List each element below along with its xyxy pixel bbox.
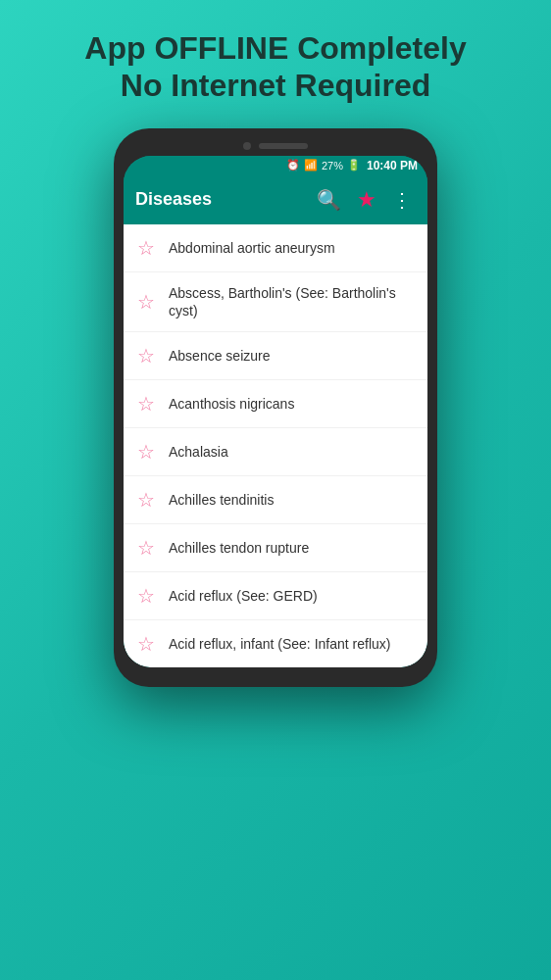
favorite-star-icon[interactable]: ☆ [137,584,155,608]
app-bar: Diseases 🔍 ★ ⋮ [124,175,427,224]
favorite-star-icon[interactable]: ☆ [137,440,155,464]
battery-percent: 27% [322,160,343,172]
favorite-star-icon[interactable]: ☆ [137,536,155,560]
disease-name: Acanthosis nigricans [169,395,294,413]
phone-shell: ⏰ 📶 27% 🔋 10:40 PM Diseases 🔍 ★ ⋮ ☆Abdom… [114,128,437,687]
disease-name: Acid reflux, infant (See: Infant reflux) [169,635,390,653]
list-item[interactable]: ☆Achalasia [124,428,427,476]
disease-name: Abscess, Bartholin's (See: Bartholin's c… [169,284,414,319]
signal-icon: 📶 [304,159,318,172]
disease-name: Achilles tendinitis [169,491,274,509]
favorite-star-icon[interactable]: ☆ [137,236,155,260]
phone-top-bar [124,142,427,150]
favorite-star-icon[interactable]: ☆ [137,290,155,314]
list-item[interactable]: ☆Achilles tendinitis [124,476,427,524]
favorite-star-icon[interactable]: ☆ [137,344,155,368]
headline-line1: App OFFLINE Completely [84,30,466,66]
disease-name: Achilles tendon rupture [169,539,309,557]
phone-speaker [259,143,308,149]
front-camera [243,142,251,150]
search-icon[interactable]: 🔍 [313,186,345,214]
headline: App OFFLINE Completely No Internet Requi… [65,29,485,105]
list-item[interactable]: ☆Absence seizure [124,332,427,380]
favorite-star-icon[interactable]: ☆ [137,632,155,656]
battery-icon: 🔋 [347,159,361,172]
disease-name: Achalasia [169,443,228,461]
favorite-star-icon[interactable]: ☆ [137,392,155,416]
list-item[interactable]: ☆Acid reflux (See: GERD) [124,572,427,620]
disease-list: ☆Abdominal aortic aneurysm☆Abscess, Bart… [124,224,427,667]
list-item[interactable]: ☆Acid reflux, infant (See: Infant reflux… [124,620,427,667]
list-item[interactable]: ☆Achilles tendon rupture [124,524,427,572]
status-bar: ⏰ 📶 27% 🔋 10:40 PM [124,156,427,175]
favorite-star-icon[interactable]: ☆ [137,488,155,512]
headline-line2: No Internet Required [121,68,430,103]
list-item[interactable]: ☆Abscess, Bartholin's (See: Bartholin's … [124,272,427,332]
phone-screen: ⏰ 📶 27% 🔋 10:40 PM Diseases 🔍 ★ ⋮ ☆Abdom… [124,156,427,667]
disease-name: Acid reflux (See: GERD) [169,587,318,605]
app-title: Diseases [135,189,305,210]
list-item[interactable]: ☆Abdominal aortic aneurysm [124,224,427,272]
favorites-star-icon[interactable]: ★ [353,185,380,215]
status-time: 10:40 PM [367,159,418,172]
list-item[interactable]: ☆Acanthosis nigricans [124,380,427,428]
alarm-icon: ⏰ [286,159,300,172]
more-menu-icon[interactable]: ⋮ [388,186,416,214]
disease-name: Abdominal aortic aneurysm [169,239,335,257]
status-icons: ⏰ 📶 27% 🔋 [286,159,361,172]
disease-name: Absence seizure [169,347,271,365]
